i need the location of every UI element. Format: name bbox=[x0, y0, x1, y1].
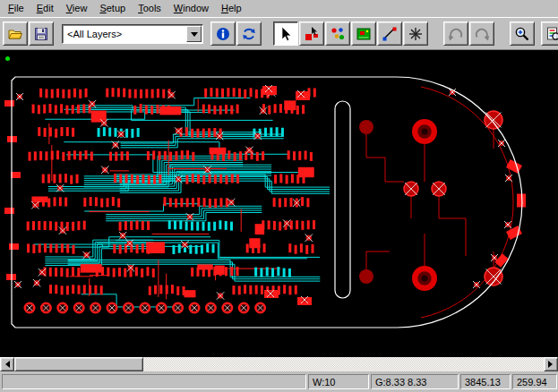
colored-dots-icon bbox=[330, 26, 346, 42]
info-icon bbox=[215, 26, 231, 42]
redo-button[interactable] bbox=[469, 21, 494, 46]
menu-item-edit[interactable]: Edit bbox=[30, 1, 60, 16]
pcb-board-icon bbox=[356, 26, 372, 42]
scroll-left-button[interactable] bbox=[0, 357, 14, 371]
board-view-button[interactable] bbox=[351, 21, 376, 46]
menu-item-file[interactable]: File bbox=[2, 1, 30, 16]
scroll-right-button[interactable] bbox=[544, 357, 558, 371]
menu-item-setup[interactable]: Setup bbox=[93, 1, 132, 16]
zoom-in-button[interactable] bbox=[510, 21, 535, 46]
open-button[interactable] bbox=[3, 21, 28, 46]
horizontal-scrollbar[interactable] bbox=[0, 357, 558, 371]
measure-icon bbox=[382, 26, 398, 42]
dropdown-arrow-button[interactable] bbox=[186, 26, 202, 42]
measure-tool-button[interactable] bbox=[377, 21, 402, 46]
zoom-window-button[interactable] bbox=[541, 21, 558, 46]
query-tool-button[interactable] bbox=[299, 21, 324, 46]
chevron-down-icon bbox=[191, 32, 198, 40]
application-window: File Edit View Setup Tools Window Help bbox=[0, 0, 558, 392]
status-y-panel: 259.94 bbox=[512, 374, 557, 389]
open-folder-icon bbox=[7, 26, 23, 42]
status-bar: W:10 G:8.33 8.33 3845.13 259.94 bbox=[0, 371, 558, 392]
triangle-left-icon bbox=[2, 361, 10, 368]
status-width-panel: W:10 bbox=[308, 374, 369, 389]
redraw-button[interactable] bbox=[236, 21, 262, 46]
menu-item-help[interactable]: Help bbox=[215, 1, 248, 16]
info-button[interactable] bbox=[210, 21, 236, 46]
menu-item-window[interactable]: Window bbox=[167, 1, 215, 16]
menu-bar: File Edit View Setup Tools Window Help bbox=[0, 0, 558, 17]
triangle-right-icon bbox=[548, 361, 556, 368]
menu-item-tools[interactable]: Tools bbox=[132, 1, 167, 16]
magnifier-plus-icon bbox=[514, 26, 530, 42]
magnifier-page-icon bbox=[545, 26, 558, 42]
cursor-arrow-icon bbox=[278, 26, 294, 42]
toolbar: <All Layers> bbox=[0, 17, 558, 50]
pcb-canvas[interactable] bbox=[0, 50, 558, 357]
save-button[interactable] bbox=[29, 21, 54, 46]
status-indicator-dot bbox=[5, 56, 10, 61]
status-grid-panel: G:8.33 8.33 bbox=[371, 374, 459, 389]
snap-tool-button[interactable] bbox=[403, 21, 428, 46]
undo-button[interactable] bbox=[443, 21, 468, 46]
menu-item-view[interactable]: View bbox=[60, 1, 94, 16]
layers-dropdown[interactable]: <All Layers> bbox=[62, 24, 203, 44]
status-message-panel bbox=[2, 374, 306, 389]
redo-arrow-icon bbox=[474, 26, 490, 42]
status-x-panel: 3845.13 bbox=[460, 374, 511, 389]
starburst-icon bbox=[408, 26, 424, 42]
highlight-tool-button[interactable] bbox=[325, 21, 350, 46]
hscroll-thumb[interactable] bbox=[14, 357, 143, 371]
pcb-drawing[interactable] bbox=[0, 50, 558, 357]
layers-dropdown-value: <All Layers> bbox=[67, 29, 122, 39]
select-tool-button[interactable] bbox=[273, 21, 298, 46]
undo-arrow-icon bbox=[448, 26, 464, 42]
floppy-disk-icon bbox=[33, 26, 49, 42]
red-select-icon bbox=[304, 26, 320, 42]
refresh-arrows-icon bbox=[241, 26, 257, 42]
